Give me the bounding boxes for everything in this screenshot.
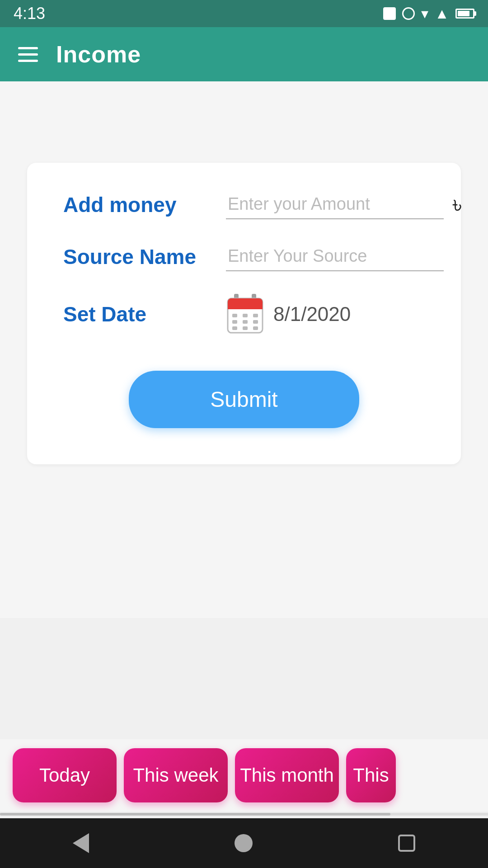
set-date-row: Set Date <box>63 294 425 335</box>
amount-input-wrapper: ৳ <box>226 190 462 219</box>
recent-button[interactable] <box>398 835 415 852</box>
date-picker-area[interactable]: 8/1/2020 <box>226 294 351 335</box>
svg-rect-10 <box>253 320 258 324</box>
scroll-bar <box>0 813 488 816</box>
svg-rect-6 <box>243 314 248 317</box>
svg-rect-7 <box>253 314 258 317</box>
svg-rect-8 <box>232 320 237 324</box>
status-icons: ▾ ▲ <box>383 5 474 22</box>
filter-this-week[interactable]: This week <box>124 748 228 802</box>
submit-button[interactable]: Submit <box>129 371 359 428</box>
back-icon <box>73 833 89 853</box>
back-button[interactable] <box>73 833 89 853</box>
calendar-icon <box>226 294 264 335</box>
app-bar: Income <box>0 27 488 81</box>
svg-rect-12 <box>243 326 248 330</box>
svg-rect-5 <box>232 314 237 317</box>
circle-icon <box>402 7 415 20</box>
source-name-label: Source Name <box>63 245 212 269</box>
svg-rect-13 <box>253 326 258 330</box>
home-button[interactable] <box>235 834 253 852</box>
add-money-label: Add money <box>63 193 212 217</box>
filter-this-partial[interactable]: This <box>346 748 396 802</box>
filter-today[interactable]: Today <box>13 748 117 802</box>
svg-rect-4 <box>228 305 263 309</box>
amount-input[interactable] <box>226 190 444 219</box>
app-title: Income <box>56 41 141 68</box>
bottom-nav <box>0 818 488 868</box>
source-input-wrapper <box>226 242 444 271</box>
filter-section: Today This week This month This <box>0 739 488 811</box>
income-form: Add money ৳ Source Name Set Date <box>27 163 461 464</box>
main-content: Add money ৳ Source Name Set Date <box>0 81 488 618</box>
source-input[interactable] <box>226 242 444 271</box>
svg-rect-11 <box>232 326 237 330</box>
date-value: 8/1/2020 <box>273 303 351 326</box>
currency-symbol: ৳ <box>453 191 462 218</box>
add-money-row: Add money ৳ <box>63 190 425 219</box>
scroll-thumb <box>0 813 390 816</box>
battery-icon <box>455 9 474 19</box>
hamburger-menu[interactable] <box>18 47 38 62</box>
status-time: 4:13 <box>14 4 45 23</box>
home-icon <box>235 834 253 852</box>
svg-rect-9 <box>243 320 248 324</box>
wifi-icon: ▾ <box>421 5 428 22</box>
set-date-label: Set Date <box>63 302 212 326</box>
status-bar: 4:13 ▾ ▲ <box>0 0 488 27</box>
signal-icon: ▲ <box>435 5 449 22</box>
sim-icon <box>383 7 396 20</box>
source-name-row: Source Name <box>63 242 425 271</box>
recent-icon <box>398 835 415 852</box>
submit-container: Submit <box>63 371 425 428</box>
filter-this-month[interactable]: This month <box>235 748 339 802</box>
